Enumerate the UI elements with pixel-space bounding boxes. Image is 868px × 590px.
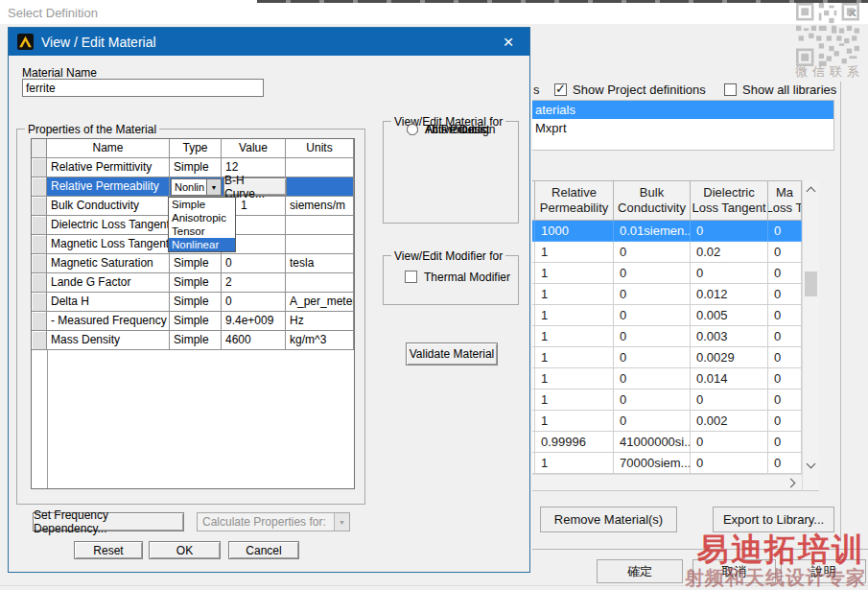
table-row[interactable]: 1 0 0 0 bbox=[532, 389, 802, 411]
table-row[interactable]: 1 0 0.012 0 bbox=[532, 284, 802, 305]
cell-relative-permeability[interactable]: 1 bbox=[535, 263, 614, 284]
bh-curve-button[interactable]: B-H Curve... bbox=[223, 177, 287, 196]
property-units-cell[interactable]: Hz bbox=[286, 312, 354, 331]
cell-mag-loss-tangent[interactable]: 0 bbox=[768, 368, 802, 389]
column-header-name[interactable]: Name bbox=[47, 139, 170, 158]
cell-bulk-conductivity[interactable]: 0 bbox=[614, 326, 691, 347]
table-row[interactable]: 1 0 0.0029 0 bbox=[532, 347, 802, 368]
property-name-cell[interactable]: Bulk Conductivity bbox=[47, 197, 170, 216]
horizontal-scrollbar[interactable] bbox=[532, 474, 802, 491]
cell-bulk-conductivity[interactable]: 0 bbox=[614, 411, 691, 432]
cell-bulk-conductivity[interactable]: 0 bbox=[614, 389, 691, 411]
cell-dielectric-loss-tangent[interactable]: 0.0029 bbox=[691, 347, 768, 368]
property-name-cell[interactable]: Mass Density bbox=[47, 331, 170, 350]
property-units-cell[interactable] bbox=[286, 216, 354, 235]
cell-bulk-conductivity[interactable]: 0 bbox=[614, 305, 691, 326]
cell-bulk-conductivity[interactable]: 41000000si... bbox=[614, 432, 691, 453]
property-units-cell[interactable] bbox=[286, 235, 354, 254]
cell-mag-loss-tangent[interactable]: 0 bbox=[768, 411, 802, 432]
dropdown-option[interactable]: Nonlinear bbox=[169, 238, 235, 251]
row-header-cell[interactable] bbox=[32, 177, 47, 197]
property-name-cell[interactable]: Magnetic Saturation bbox=[47, 254, 170, 273]
table-row[interactable]: 0.99996 41000000si... 0 0 bbox=[532, 432, 802, 453]
cell-bulk-conductivity[interactable]: 0 bbox=[614, 284, 691, 305]
property-row[interactable]: Delta H Simple 0 A_per_meter bbox=[32, 293, 354, 312]
cell-relative-permeability[interactable]: 1 bbox=[535, 305, 614, 326]
cell-relative-permeability[interactable]: 1 bbox=[535, 347, 614, 368]
remove-material-button[interactable]: Remove Material(s) bbox=[540, 507, 677, 532]
property-units-cell[interactable]: A_per_meter bbox=[286, 293, 354, 312]
material-name-input[interactable] bbox=[22, 79, 264, 97]
ok-button[interactable]: OK bbox=[149, 541, 221, 559]
set-frequency-dependency-button[interactable]: Set Frequency Dependency... bbox=[33, 512, 184, 531]
cell-dielectric-loss-tangent[interactable]: 0.014 bbox=[691, 368, 768, 389]
row-header-cell[interactable] bbox=[32, 312, 47, 331]
validate-material-button[interactable]: Validate Material bbox=[406, 342, 498, 366]
cell-mag-loss-tangent[interactable]: 0 bbox=[768, 453, 802, 474]
vertical-scrollbar[interactable] bbox=[802, 180, 819, 491]
cell-relative-permeability[interactable]: 1 bbox=[535, 411, 614, 432]
property-row[interactable]: Relative Permittivity Simple 12 bbox=[32, 158, 354, 177]
table-row[interactable]: 1000 0.01siemen... 0 0 bbox=[532, 221, 802, 242]
dropdown-option[interactable]: Tensor bbox=[169, 224, 235, 238]
scroll-right-icon[interactable] bbox=[786, 479, 796, 488]
cell-dielectric-loss-tangent[interactable]: 0 bbox=[691, 221, 768, 242]
cell-relative-permeability[interactable]: 0.99996 bbox=[535, 432, 614, 453]
chevron-down-icon[interactable]: ▼ bbox=[206, 179, 221, 195]
cell-bulk-conductivity[interactable]: 70000siem... bbox=[614, 453, 691, 474]
property-name-cell[interactable]: Magnetic Loss Tangent bbox=[47, 235, 170, 254]
show-all-libraries-checkbox[interactable]: Show all libraries bbox=[724, 83, 836, 97]
property-name-cell[interactable]: Relative Permittivity bbox=[47, 158, 170, 177]
cell-mag-loss-tangent[interactable]: 0 bbox=[768, 221, 802, 242]
scroll-down-icon[interactable] bbox=[807, 460, 816, 469]
cell-mag-loss-tangent[interactable]: 0 bbox=[768, 284, 802, 305]
table-row[interactable]: 1 0 0.005 0 bbox=[532, 305, 802, 326]
radio-option[interactable]: All Products bbox=[407, 122, 486, 136]
reset-button[interactable]: Reset bbox=[74, 541, 143, 559]
property-row[interactable]: - Measured Frequency Simple 9.4e+009 Hz bbox=[32, 312, 354, 331]
cell-bulk-conductivity[interactable]: 0 bbox=[614, 242, 691, 263]
scrollbar-thumb[interactable] bbox=[805, 271, 817, 296]
cell-bulk-conductivity[interactable]: 0.01siemen... bbox=[614, 221, 691, 242]
column-header-value[interactable]: Value bbox=[222, 139, 286, 158]
cell-dielectric-loss-tangent[interactable]: 0.012 bbox=[691, 284, 768, 305]
cancel-button[interactable]: Cancel bbox=[228, 541, 299, 559]
scroll-up-icon[interactable] bbox=[807, 187, 816, 197]
radio-icon[interactable] bbox=[407, 124, 418, 135]
property-type-cell[interactable]: Simple bbox=[170, 312, 222, 331]
cell-bulk-conductivity[interactable]: 0 bbox=[614, 368, 691, 389]
cell-mag-loss-tangent[interactable]: 0 bbox=[768, 389, 802, 411]
cell-relative-permeability[interactable]: 1 bbox=[535, 389, 614, 411]
table-row[interactable]: 1 0 0 0 bbox=[532, 263, 802, 284]
cell-relative-permeability[interactable]: 1 bbox=[535, 284, 614, 305]
table-row[interactable]: 1 0 0.014 0 bbox=[532, 368, 802, 389]
property-row[interactable]: Magnetic Saturation Simple 0 tesla bbox=[32, 254, 354, 273]
column-header[interactable]: Relative Permeability bbox=[535, 181, 614, 221]
cell-dielectric-loss-tangent[interactable]: 0 bbox=[691, 432, 768, 453]
checkbox-unchecked-icon[interactable] bbox=[724, 83, 737, 96]
cell-mag-loss-tangent[interactable]: 0 bbox=[768, 242, 802, 263]
type-dropdown-popup[interactable]: Simple Anisotropic Tensor Nonlinear bbox=[168, 197, 236, 252]
property-value-cell[interactable]: 0 bbox=[222, 293, 286, 312]
cell-dielectric-loss-tangent[interactable]: 0.002 bbox=[691, 411, 768, 432]
table-row[interactable]: 1 0 0.02 0 bbox=[532, 242, 802, 263]
property-name-cell[interactable]: Relative Permeability bbox=[47, 177, 170, 197]
cell-mag-loss-tangent[interactable]: 0 bbox=[768, 305, 802, 326]
list-item[interactable]: Mxprt bbox=[532, 119, 833, 137]
property-row[interactable]: Lande G Factor Simple 2 bbox=[32, 273, 354, 293]
ok-button-cn[interactable]: 確定 bbox=[597, 559, 683, 583]
property-value-cell[interactable]: 4600 bbox=[222, 331, 286, 350]
cell-dielectric-loss-tangent[interactable]: 0 bbox=[691, 389, 768, 411]
cell-relative-permeability[interactable]: 1 bbox=[535, 242, 614, 263]
property-value-cell[interactable]: 0 bbox=[222, 254, 286, 273]
property-units-cell[interactable] bbox=[286, 158, 354, 177]
cell-dielectric-loss-tangent[interactable]: 0.02 bbox=[691, 242, 768, 263]
property-value-cell[interactable]: 2 bbox=[222, 273, 286, 293]
cell-bulk-conductivity[interactable]: 0 bbox=[614, 263, 691, 284]
row-header-cell[interactable] bbox=[32, 235, 47, 254]
cell-mag-loss-tangent[interactable]: 0 bbox=[768, 326, 802, 347]
property-units-cell[interactable]: kg/m^3 bbox=[286, 331, 354, 350]
dropdown-option[interactable]: Anisotropic bbox=[169, 211, 235, 224]
cell-mag-loss-tangent[interactable]: 0 bbox=[768, 432, 802, 453]
row-header-cell[interactable] bbox=[32, 197, 47, 216]
